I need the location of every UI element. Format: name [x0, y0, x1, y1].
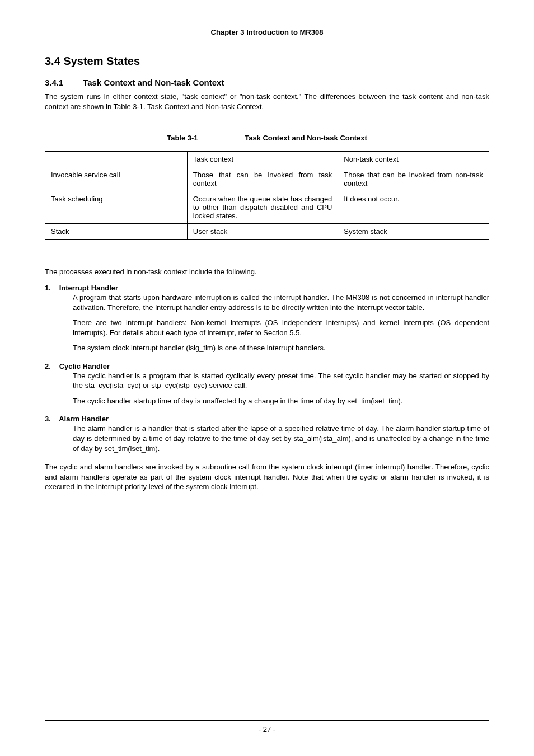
handler-name: Alarm Handler: [59, 415, 109, 423]
table-cell: Those that can be invoked from task cont…: [187, 167, 338, 191]
handler-paragraph: The cyclic handler startup time of day i…: [73, 396, 489, 406]
table-cell: Those that can be invoked from non-task …: [338, 167, 489, 191]
chapter-title: Chapter 3 Introduction to MR308: [211, 28, 324, 36]
handler-block: 1. Interrupt Handler A program that star…: [45, 284, 489, 353]
page-footer: - 27 -: [45, 720, 489, 734]
table-cell: Invocable service call: [45, 167, 188, 191]
handler-name: Cyclic Handler: [59, 362, 110, 370]
handler-title: 3. Alarm Handler: [45, 415, 489, 423]
page-number: - 27 -: [259, 725, 275, 734]
handler-body: The cyclic handler is a program that is …: [73, 371, 489, 406]
section-title: 3.4 System States: [45, 55, 489, 68]
table-cell: User stack: [187, 224, 338, 240]
table-caption: Table 3-1 Task Context and Non-task Cont…: [45, 134, 489, 142]
table-header-row: Task context Non-task context: [45, 152, 489, 167]
handler-number: 1.: [45, 284, 57, 292]
processes-intro: The processes executed in non-task conte…: [45, 267, 489, 276]
subsection-title: 3.4.1 Task Context and Non-task Context: [45, 78, 489, 87]
handler-number: 2.: [45, 362, 57, 370]
subsection-number: 3.4.1: [45, 78, 81, 87]
handler-title: 1. Interrupt Handler: [45, 284, 489, 292]
table-title: Task Context and Non-task Context: [245, 134, 367, 142]
table-cell: Occurs when the queue state has changed …: [187, 191, 338, 224]
table-cell: It does not occur.: [338, 191, 489, 224]
table-row: Invocable service call Those that can be…: [45, 167, 489, 191]
handler-paragraph: There are two interrupt handlers: Non-ke…: [73, 318, 489, 337]
table-header-cell: Non-task context: [338, 152, 489, 167]
table-cell: System stack: [338, 224, 489, 240]
handler-block: 2. Cyclic Handler The cyclic handler is …: [45, 362, 489, 406]
handler-body: A program that starts upon hardware inte…: [73, 293, 489, 353]
handler-name: Interrupt Handler: [59, 284, 118, 292]
intro-paragraph: The system runs in either context state,…: [45, 92, 489, 111]
subsection-heading: Task Context and Non-task Context: [83, 78, 224, 87]
page-header: Chapter 3 Introduction to MR308: [45, 28, 489, 41]
final-paragraph: The cyclic and alarm handlers are invoke…: [45, 462, 489, 492]
handler-paragraph: The system clock interrupt handler (isig…: [73, 343, 489, 353]
handler-body: The alarm handler is a handler that is s…: [73, 424, 489, 453]
handler-paragraph: A program that starts upon hardware inte…: [73, 293, 489, 312]
table-cell: Task scheduling: [45, 191, 188, 224]
table-row: Task scheduling Occurs when the queue st…: [45, 191, 489, 224]
table-header-cell: Task context: [187, 152, 338, 167]
table-header-cell: [45, 152, 188, 167]
context-table: Task context Non-task context Invocable …: [45, 151, 489, 240]
handler-title: 2. Cyclic Handler: [45, 362, 489, 370]
handler-number: 3.: [45, 415, 57, 423]
table-cell: Stack: [45, 224, 188, 240]
handler-paragraph: The cyclic handler is a program that is …: [73, 371, 489, 391]
handler-paragraph: The alarm handler is a handler that is s…: [73, 424, 489, 453]
table-number: Table 3-1: [167, 134, 198, 142]
handler-block: 3. Alarm Handler The alarm handler is a …: [45, 415, 489, 453]
table-row: Stack User stack System stack: [45, 224, 489, 240]
